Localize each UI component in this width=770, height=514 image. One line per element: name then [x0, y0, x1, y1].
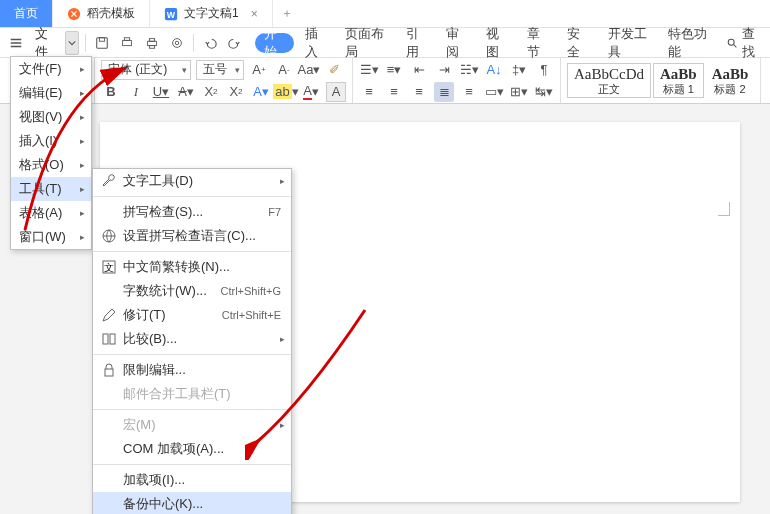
style-normal[interactable]: AaBbCcDd正文	[567, 63, 651, 98]
tab-templates[interactable]: 稻壳模板	[53, 0, 150, 27]
ribbon-tab-special[interactable]: 特色功能	[659, 28, 718, 57]
font-name-select[interactable]: 宋体 (正文)	[101, 60, 191, 80]
asian-layout-button[interactable]: ☵▾	[459, 60, 479, 80]
align-center-button[interactable]: ≡	[384, 82, 404, 102]
tools-menu-item-11[interactable]: 加载项(I)...	[93, 468, 291, 492]
svg-rect-3	[97, 37, 108, 48]
search-button[interactable]: 查找	[726, 25, 764, 61]
font-size-select[interactable]: 五号	[196, 60, 244, 80]
subscript-button[interactable]: X2	[226, 82, 246, 102]
submenu-arrow-icon: ▸	[280, 334, 285, 344]
tools-menu-item-2[interactable]: 设置拼写检查语言(C)...	[93, 224, 291, 248]
bullets-button[interactable]: ☰▾	[359, 60, 379, 80]
tab-doc1[interactable]: W 文字文稿1 ×	[150, 0, 273, 27]
tools-menu-item-3[interactable]: 文中文简繁转换(N)...	[93, 255, 291, 279]
numbering-button[interactable]: ≡▾	[384, 60, 404, 80]
tools-menu-item-9: 宏(M)▸	[93, 413, 291, 437]
tab-button[interactable]: ↹▾	[534, 82, 554, 102]
align-justify-button[interactable]: ≣	[434, 82, 454, 102]
tools-menu-item-4[interactable]: 字数统计(W)...Ctrl+Shift+G	[93, 279, 291, 303]
ribbon-tab-review[interactable]: 审阅	[437, 28, 475, 57]
tools-menu-item-10[interactable]: COM 加载项(A)...	[93, 437, 291, 461]
ribbon-tab-insert[interactable]: 插入	[296, 28, 334, 57]
globe-icon	[101, 228, 117, 244]
superscript-button[interactable]: X2	[201, 82, 221, 102]
ribbon-styles-group: AaBbCcDd正文 AaBb标题 1 AaBb标题 2	[561, 58, 761, 103]
submenu-arrow-icon: ▸	[80, 208, 85, 218]
redo-icon[interactable]	[225, 31, 246, 55]
borders-button[interactable]: ⊞▾	[509, 82, 529, 102]
search-label: 查找	[742, 25, 764, 61]
char-shading-button[interactable]: A	[326, 82, 346, 102]
page-setup-icon[interactable]	[166, 31, 187, 55]
text-effects-button[interactable]: A▾	[251, 82, 271, 102]
undo-icon[interactable]	[200, 31, 221, 55]
file-menu-dropdown-icon[interactable]	[65, 31, 79, 55]
file-menu-item-5[interactable]: 工具(T)▸	[11, 177, 91, 201]
italic-button[interactable]: I	[126, 82, 146, 102]
underline-button[interactable]: U▾	[151, 82, 171, 102]
align-left-button[interactable]: ≡	[359, 82, 379, 102]
svg-point-10	[172, 38, 181, 47]
close-icon[interactable]: ×	[251, 7, 258, 21]
word-doc-icon: W	[164, 7, 178, 21]
align-right-button[interactable]: ≡	[409, 82, 429, 102]
ribbon-tab-page-layout[interactable]: 页面布局	[336, 28, 395, 57]
shading-button[interactable]: ▭▾	[484, 82, 504, 102]
file-menu-item-6[interactable]: 表格(A)▸	[11, 201, 91, 225]
file-menu-item-3[interactable]: 插入(I)▸	[11, 129, 91, 153]
file-menu-item-0[interactable]: 文件(F)▸	[11, 57, 91, 81]
tab-add-button[interactable]: ＋	[273, 0, 301, 27]
tab-home[interactable]: 首页	[0, 0, 53, 27]
grow-font-icon[interactable]: A+	[249, 60, 269, 80]
file-menu-item-4[interactable]: 格式(O)▸	[11, 153, 91, 177]
tools-menu-item-5[interactable]: 修订(T)Ctrl+Shift+E	[93, 303, 291, 327]
print-preview-icon[interactable]	[117, 31, 138, 55]
svg-text:W: W	[167, 9, 176, 19]
lock-icon	[101, 362, 117, 378]
change-case-icon[interactable]: Aa▾	[299, 60, 319, 80]
submenu-arrow-icon: ▸	[80, 232, 85, 242]
file-menu-item-2[interactable]: 视图(V)▸	[11, 105, 91, 129]
increase-indent-button[interactable]: ⇥	[434, 60, 454, 80]
hamburger-icon[interactable]	[6, 31, 27, 55]
ribbon-tab-devtools[interactable]: 开发工具	[599, 28, 658, 57]
bold-button[interactable]: B	[101, 82, 121, 102]
tab-label: 文字文稿1	[184, 5, 239, 22]
clear-format-icon[interactable]: ✐	[324, 60, 344, 80]
tools-menu-item-7[interactable]: 限制编辑...	[93, 358, 291, 382]
file-menu-item-7[interactable]: 窗口(W)▸	[11, 225, 91, 249]
print-icon[interactable]	[142, 31, 163, 55]
blank-icon	[101, 496, 117, 512]
show-paragraph-button[interactable]: ¶	[534, 60, 554, 80]
tools-menu-item-6[interactable]: 比较(B)...▸	[93, 327, 291, 351]
submenu-arrow-icon: ▸	[80, 136, 85, 146]
ribbon-tab-chapter[interactable]: 章节	[518, 28, 556, 57]
template-icon	[67, 7, 81, 21]
blank-icon	[101, 417, 117, 433]
tools-menu-item-0[interactable]: 文字工具(D)▸	[93, 169, 291, 193]
tools-menu-item-8: 邮件合并工具栏(T)	[93, 382, 291, 406]
shrink-font-icon[interactable]: A-	[274, 60, 294, 80]
ribbon-tab-start[interactable]: 开始	[255, 33, 293, 53]
line-spacing-button[interactable]: ‡▾	[509, 60, 529, 80]
sort-button[interactable]: A↓	[484, 60, 504, 80]
font-color-button[interactable]: A▾	[301, 82, 321, 102]
decrease-indent-button[interactable]: ⇤	[409, 60, 429, 80]
file-menu-item-1[interactable]: 编辑(E)▸	[11, 81, 91, 105]
tab-label: 稻壳模板	[87, 5, 135, 22]
style-heading1[interactable]: AaBb标题 1	[653, 63, 704, 98]
ribbon-tab-security[interactable]: 安全	[558, 28, 596, 57]
save-icon[interactable]	[92, 31, 113, 55]
ribbon-tab-view[interactable]: 视图	[477, 28, 515, 57]
ribbon-tab-references[interactable]: 引用	[397, 28, 435, 57]
tools-menu-item-1[interactable]: 拼写检查(S)...F7	[93, 200, 291, 224]
highlight-button[interactable]: ab▾	[276, 82, 296, 102]
tools-menu-item-12[interactable]: 备份中心(K)...	[93, 492, 291, 514]
svg-rect-4	[100, 37, 105, 41]
strikethrough-button[interactable]: A▾	[176, 82, 196, 102]
submenu-arrow-icon: ▸	[280, 176, 285, 186]
compare-icon	[101, 331, 117, 347]
distribute-button[interactable]: ≡	[459, 82, 479, 102]
style-heading2[interactable]: AaBb标题 2	[706, 64, 755, 97]
